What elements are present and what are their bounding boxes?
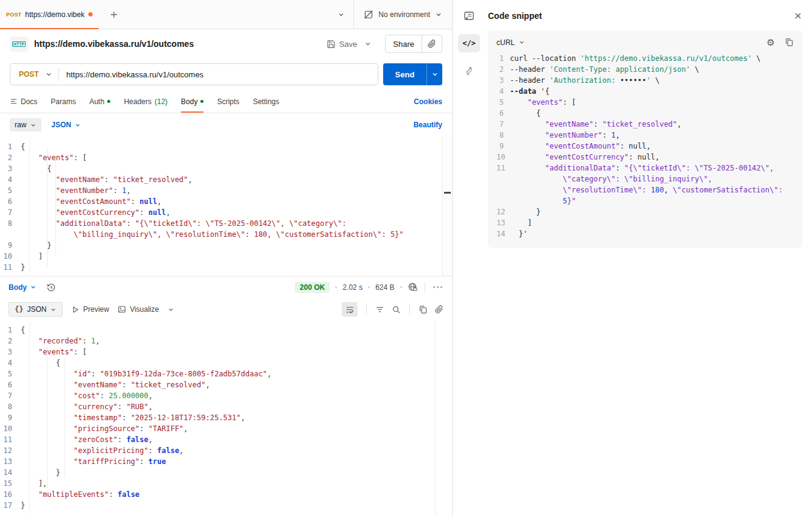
wrap-text-icon — [345, 305, 355, 314]
tab-list-dropdown[interactable] — [329, 11, 353, 18]
tab-label: Settings — [253, 97, 279, 106]
response-more-actions[interactable] — [432, 286, 444, 289]
wrap-text-toggle[interactable] — [342, 302, 358, 317]
code-line: 9 "timestamp": "2025-12-18T17:59:25.531"… — [0, 412, 452, 423]
code-line: 14 }' — [496, 228, 794, 239]
tab-label: Body — [181, 97, 197, 106]
filter-lines-icon — [375, 305, 384, 314]
code-line: 3 "events": [ — [0, 346, 452, 357]
snippet-settings-button[interactable]: ⚙ — [767, 38, 775, 47]
save-button[interactable]: Save — [327, 40, 358, 49]
save-options-dropdown[interactable] — [364, 40, 372, 47]
tab-label: Params — [51, 97, 76, 106]
search-button[interactable] — [392, 305, 401, 314]
variables-table-icon — [463, 10, 475, 22]
copy-icon — [418, 305, 428, 314]
response-body-viewer[interactable]: 1{2 "recorded": 1,3 "events": [4 {5 "id"… — [0, 321, 452, 516]
snippet-box: cURL ⚙ 1curl --location 'https://demo.vi… — [488, 30, 802, 248]
tab-body[interactable]: Body — [181, 90, 203, 113]
visualize-tab[interactable]: Visualize — [118, 305, 159, 314]
no-environment-icon — [364, 10, 373, 19]
editor-minimap[interactable] — [442, 136, 452, 276]
response-body-selector[interactable]: Body — [9, 283, 37, 292]
code-line: 9 } — [0, 240, 452, 251]
response-header: Body 200 OK 2.02 s 624 B — [0, 276, 452, 298]
status-code-badge[interactable]: 200 OK — [295, 282, 330, 293]
request-tab[interactable]: POST https://demo.vibekass — [0, 0, 99, 29]
link-response-button[interactable] — [435, 305, 443, 314]
unsaved-changes-dot — [88, 12, 93, 16]
copy-link-button[interactable] — [422, 35, 442, 52]
response-section-label: Body — [9, 283, 27, 292]
close-panel-button[interactable] — [794, 12, 802, 20]
code-line: 4--data '{ — [496, 86, 794, 97]
send-options-dropdown[interactable] — [426, 63, 442, 85]
visualize-label: Visualize — [130, 305, 159, 314]
code-line: 3 { — [0, 163, 452, 174]
cookies-link[interactable]: Cookies — [414, 97, 442, 106]
new-tab-button[interactable] — [107, 8, 121, 21]
url-input[interactable]: https://demo.vibekassa.ru/v1/outcomes — [59, 70, 203, 79]
code-button[interactable]: </> — [458, 34, 480, 52]
tab-docs[interactable]: Docs — [10, 90, 37, 113]
code-line: 13 ] — [496, 217, 794, 228]
copy-snippet-button[interactable] — [785, 38, 794, 47]
visualize-options-dropdown[interactable] — [168, 306, 174, 313]
tab-params[interactable]: Params — [51, 90, 76, 113]
chevron-down-icon — [435, 11, 442, 18]
request-title-row: HTTP https://demo.vibekassa.ru/v1/outcom… — [0, 29, 452, 58]
paperclip-icon — [428, 40, 436, 48]
chevron-down-icon — [45, 71, 52, 78]
code-line: 5 "events": [ — [496, 97, 794, 108]
response-time: 2.02 s — [342, 283, 362, 292]
response-scrollbar[interactable] — [435, 321, 452, 516]
variables-button[interactable] — [463, 10, 475, 22]
code-line: 13 "tariffPricing": true — [0, 456, 452, 467]
code-line: 7 "cost": 25.000000, — [0, 390, 452, 401]
body-language-selector[interactable]: JSON — [51, 121, 81, 129]
send-button[interactable]: Send — [383, 63, 426, 85]
method-selector[interactable]: POST — [10, 70, 45, 79]
request-body-editor[interactable]: 1{2 "events": [3 {4 "eventName": "ticket… — [0, 136, 452, 276]
body-mode-selector[interactable]: raw — [10, 118, 41, 132]
tab-auth[interactable]: Auth — [90, 90, 111, 113]
paperclip-icon — [435, 305, 443, 314]
tab-scripts[interactable]: Scripts — [217, 90, 239, 113]
play-icon — [71, 306, 79, 314]
tab-headers[interactable]: Headers(12) — [124, 90, 168, 113]
search-icon — [392, 305, 401, 314]
response-format-selector[interactable]: {} JSON — [9, 302, 63, 317]
snippet-title: Code snippet — [488, 11, 794, 21]
separator-dot — [400, 286, 402, 288]
curl-code[interactable]: 1curl --location 'https://demo.vibekassa… — [496, 53, 794, 239]
preview-tab[interactable]: Preview — [71, 305, 109, 314]
tab-settings[interactable]: Settings — [253, 90, 279, 113]
snippet-language-selector[interactable]: cURL — [496, 38, 525, 47]
toolbar-divider — [409, 304, 410, 314]
share-group: Share — [385, 35, 442, 53]
code-line: 10 "eventCostCurrency": null, — [496, 152, 794, 163]
diagonal-arrows-icon — [464, 65, 475, 76]
url-row: POST https://demo.vibekassa.ru/v1/outcom… — [0, 58, 452, 90]
response-history-button[interactable] — [46, 283, 56, 292]
headers-count: (12) — [155, 97, 168, 106]
code-line: 16 "multipleEvents": false — [0, 489, 452, 500]
code-line: 7 "eventName": "ticket_resolved", — [496, 119, 794, 130]
snippet-toolbar: cURL ⚙ — [496, 38, 794, 47]
filter-button[interactable] — [375, 305, 384, 314]
response-status-group: 200 OK 2.02 s 624 B — [295, 282, 443, 293]
code-line: 11 "zeroCost": false, — [0, 434, 452, 445]
separator-dot — [335, 286, 337, 288]
copy-response-button[interactable] — [418, 305, 428, 314]
auth-status-dot — [107, 100, 110, 103]
code-line: 10 ] — [0, 251, 452, 262]
related-requests-button[interactable] — [464, 65, 475, 76]
method-dropdown[interactable] — [45, 71, 58, 78]
network-info-button[interactable] — [408, 282, 418, 292]
share-button[interactable]: Share — [386, 40, 422, 49]
environment-selector[interactable]: No environment — [354, 0, 452, 29]
save-label: Save — [339, 40, 358, 49]
beautify-link[interactable]: Beautify — [414, 121, 442, 129]
code-line: \"resolutionTime\": 180, \"customerSatis… — [496, 185, 794, 195]
request-workspace: POST https://demo.vibekass No environmen… — [0, 0, 452, 517]
